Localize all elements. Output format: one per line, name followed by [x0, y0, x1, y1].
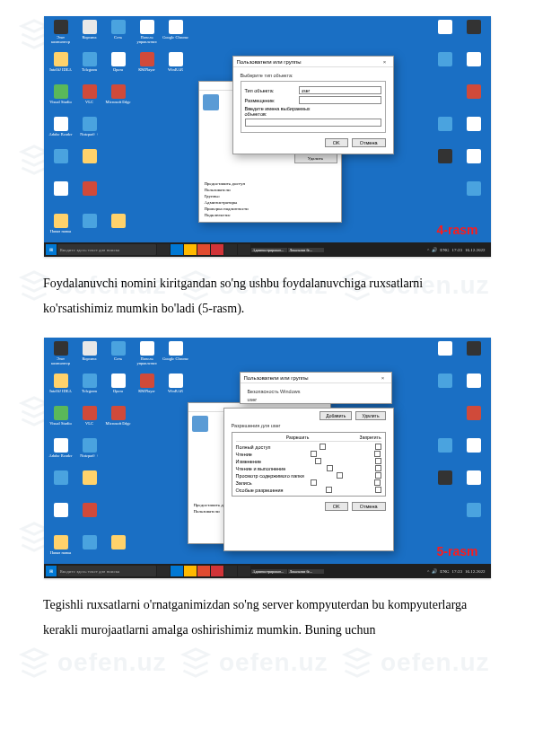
location-input[interactable]	[299, 96, 381, 104]
checkbox[interactable]	[327, 465, 333, 471]
checkbox[interactable]	[326, 487, 332, 493]
names-input[interactable]	[245, 119, 381, 127]
checkbox[interactable]	[311, 451, 317, 457]
checkbox[interactable]	[311, 479, 317, 486]
checkbox[interactable]	[374, 451, 381, 457]
dialog-title: Пользователи или группы	[244, 375, 309, 381]
taskbar-icon[interactable]	[211, 566, 223, 576]
checkbox[interactable]	[315, 458, 321, 464]
shield-icon	[203, 94, 219, 110]
ok-button[interactable]: ОK	[325, 502, 348, 511]
cancel-button[interactable]: Отмена	[352, 502, 386, 511]
body-paragraph: Tegishli ruxsatlarni o'rnatganimizdan so…	[43, 593, 491, 643]
taskbar: ⊞ Введите здесь текст для поиска Админис…	[44, 564, 491, 578]
cancel-button[interactable]: Отмена	[352, 138, 386, 147]
permissions-dialog: Добавить Удалить Разрешения для user Раз…	[223, 408, 394, 551]
system-tray: ^🔊 ENG 17:23 16.12.2022	[427, 247, 489, 252]
watermark: oefen.uz	[18, 646, 167, 679]
system-tray: ^🔊 ENG 17:23 16.12.2022	[427, 568, 489, 574]
taskbar-icon[interactable]	[238, 244, 250, 255]
taskbar-icon[interactable]	[224, 566, 237, 576]
taskbar-task[interactable]: Администрирован...	[251, 248, 287, 252]
watermark: oefen.uz	[179, 646, 328, 679]
taskbar-task[interactable]: Администрирован...	[251, 569, 287, 574]
shield-icon	[192, 416, 208, 432]
task-view-icon[interactable]	[157, 566, 170, 576]
checkbox[interactable]	[375, 458, 381, 464]
search-input[interactable]: Введите здесь текст для поиска	[57, 566, 156, 576]
taskbar-task[interactable]: Локальная бе...	[288, 569, 324, 574]
object-type-input[interactable]	[299, 86, 381, 94]
taskbar-icon[interactable]	[171, 566, 183, 576]
taskbar-icon[interactable]	[238, 566, 250, 576]
page-content: Этот компьютер Корзина Сеть Панель управ…	[0, 0, 534, 643]
taskbar-icon[interactable]	[197, 566, 210, 576]
figure-caption: 5-rasm	[437, 544, 478, 558]
screenshot-4: Этот компьютер Корзина Сеть Панель управ…	[44, 16, 491, 257]
watermark: oefen.uz	[341, 646, 490, 679]
search-input[interactable]: Введите здесь текст для поиска	[57, 244, 156, 255]
select-user-dialog: Пользователи или группы × Выберите тип о…	[232, 56, 394, 154]
dialog-title: Пользователи или группы	[237, 59, 302, 65]
taskbar-icon[interactable]	[197, 244, 210, 255]
checkbox[interactable]	[375, 472, 381, 479]
permissions-list: РазрешитьЗапретить Полный доступ Чтение …	[232, 432, 386, 497]
taskbar-icon[interactable]	[211, 244, 223, 255]
start-button[interactable]: ⊞	[46, 566, 57, 576]
checkbox[interactable]	[375, 444, 381, 450]
taskbar: ⊞ Введите здесь текст для поиска Админис…	[44, 242, 491, 257]
checkbox[interactable]	[375, 465, 381, 471]
taskbar-icon[interactable]	[224, 244, 237, 255]
start-button[interactable]: ⊞	[46, 244, 57, 255]
taskbar-icon[interactable]	[184, 566, 197, 576]
add-button[interactable]: Добавить	[320, 411, 352, 420]
remove-button[interactable]: Удалить	[355, 411, 385, 420]
top-dialog: Пользователи или группы × Безопасность W…	[240, 372, 392, 404]
checkbox[interactable]	[320, 444, 326, 450]
taskbar-icon[interactable]	[171, 244, 183, 255]
checkbox[interactable]	[337, 472, 343, 479]
task-view-icon[interactable]	[157, 244, 170, 255]
checkbox[interactable]	[375, 487, 381, 493]
close-icon[interactable]: ×	[381, 59, 390, 65]
body-paragraph: Foydalanuvchi nomini kiritgandan so'ng u…	[43, 271, 491, 321]
figure-caption: 4-rasm	[437, 223, 478, 237]
checkbox[interactable]	[374, 479, 381, 486]
taskbar-task[interactable]: Локальная бе...	[288, 248, 324, 252]
delete-button[interactable]: Удалить	[294, 154, 337, 163]
close-icon[interactable]: ×	[379, 375, 388, 381]
ok-button[interactable]: ОK	[325, 138, 348, 147]
screenshot-5: Этот компьютер Корзина Сеть Панель управ…	[44, 338, 491, 578]
taskbar-icon[interactable]	[184, 244, 197, 255]
